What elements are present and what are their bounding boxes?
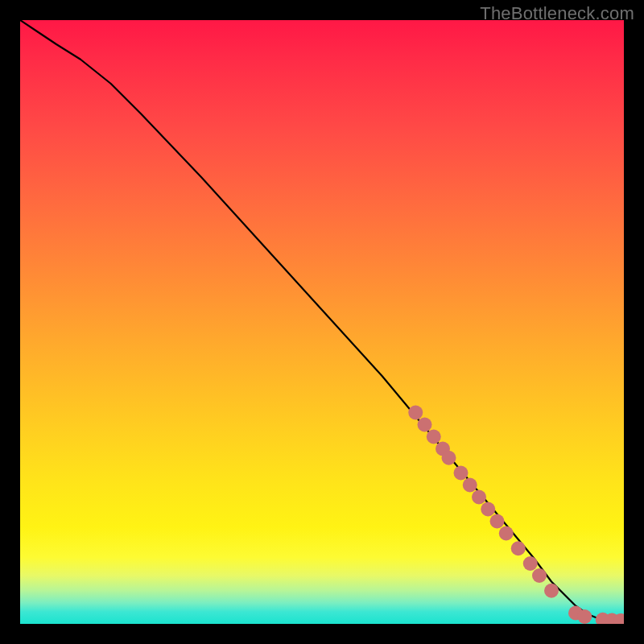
- data-markers-layer: [408, 406, 624, 625]
- data-marker: [490, 514, 505, 529]
- data-marker: [499, 526, 514, 541]
- plot-area: [20, 20, 624, 624]
- data-marker: [472, 490, 486, 505]
- data-marker: [532, 568, 547, 583]
- bottleneck-curve: [20, 20, 624, 621]
- chart-stage: TheBottleneck.com: [0, 0, 644, 644]
- data-marker: [442, 451, 456, 465]
- data-marker: [408, 406, 423, 420]
- chart-overlay-svg: [20, 20, 624, 624]
- data-marker: [454, 466, 469, 481]
- data-marker: [427, 430, 441, 444]
- data-marker: [544, 584, 559, 598]
- data-marker: [577, 609, 592, 624]
- data-marker: [511, 541, 526, 555]
- data-marker: [463, 478, 477, 493]
- data-marker: [418, 418, 432, 432]
- data-marker: [481, 502, 495, 517]
- data-marker: [523, 556, 538, 571]
